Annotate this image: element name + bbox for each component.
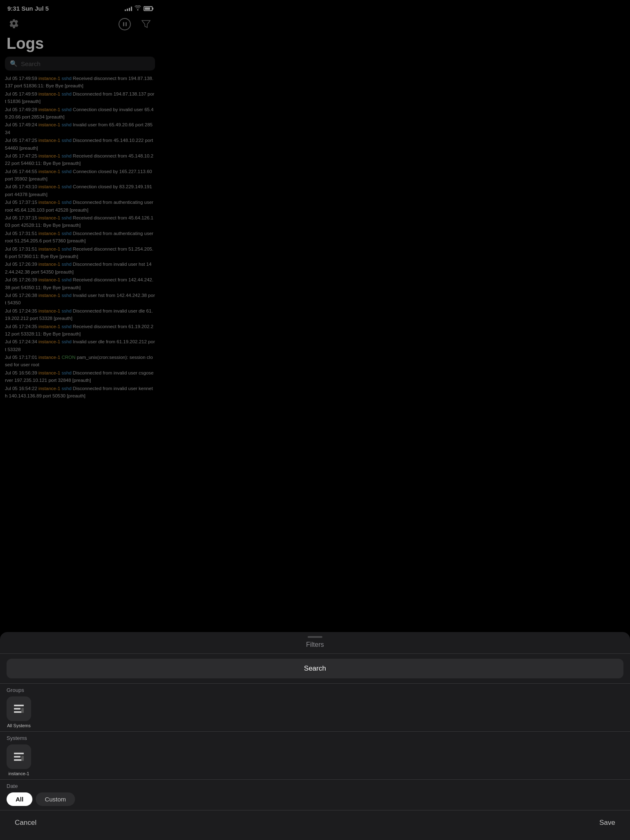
log-entry: Jul 05 17:26:39 instance-1 sshd Received… bbox=[5, 276, 155, 291]
log-service: sshd bbox=[62, 386, 71, 391]
log-instance: instance-1 bbox=[39, 122, 60, 127]
log-timestamp: Jul 05 17:31:51 bbox=[5, 247, 37, 251]
log-timestamp: Jul 05 16:54:22 bbox=[5, 386, 37, 391]
log-service: sshd bbox=[62, 293, 71, 298]
log-instance: instance-1 bbox=[39, 107, 60, 112]
log-timestamp: Jul 05 17:49:59 bbox=[5, 76, 37, 81]
log-service: sshd bbox=[62, 184, 71, 189]
log-instance: instance-1 bbox=[39, 231, 60, 236]
log-timestamp: Jul 05 17:17:01 bbox=[5, 355, 37, 360]
search-input[interactable] bbox=[21, 60, 150, 67]
log-service: sshd bbox=[62, 138, 71, 143]
log-timestamp: Jul 05 17:37:15 bbox=[5, 200, 37, 205]
log-entry: Jul 05 17:49:59 instance-1 sshd Disconne… bbox=[5, 90, 155, 105]
log-entry: Jul 05 17:37:15 instance-1 sshd Disconne… bbox=[5, 199, 155, 214]
pause-button[interactable] bbox=[117, 17, 132, 32]
log-entry: Jul 05 17:24:34 instance-1 sshd Invalid … bbox=[5, 338, 155, 353]
log-entry: Jul 05 17:47:25 instance-1 sshd Disconne… bbox=[5, 137, 155, 152]
log-instance: instance-1 bbox=[39, 386, 60, 391]
gear-icon bbox=[9, 18, 19, 30]
log-service: sshd bbox=[62, 262, 71, 267]
log-timestamp: Jul 05 17:49:24 bbox=[5, 122, 37, 127]
wifi-icon bbox=[135, 5, 141, 12]
log-instance: instance-1 bbox=[39, 277, 60, 282]
log-entry: Jul 05 17:49:28 instance-1 sshd Connecti… bbox=[5, 106, 155, 121]
log-instance: instance-1 bbox=[39, 324, 60, 329]
log-instance: instance-1 bbox=[39, 262, 60, 267]
log-service: sshd bbox=[62, 231, 71, 236]
log-service: sshd bbox=[62, 308, 71, 313]
log-timestamp: Jul 05 17:26:38 bbox=[5, 293, 37, 298]
log-service: sshd bbox=[62, 200, 71, 205]
log-timestamp: Jul 05 16:56:39 bbox=[5, 370, 37, 375]
log-service: sshd bbox=[62, 277, 71, 282]
log-instance: instance-1 bbox=[39, 370, 60, 375]
log-timestamp: Jul 05 17:24:35 bbox=[5, 308, 37, 313]
log-timestamp: Jul 05 17:24:35 bbox=[5, 324, 37, 329]
log-instance: instance-1 bbox=[39, 153, 60, 158]
pause-icon bbox=[119, 18, 131, 30]
log-timestamp: Jul 05 17:43:10 bbox=[5, 184, 37, 189]
log-timestamp: Jul 05 17:49:28 bbox=[5, 107, 37, 112]
log-instance: instance-1 bbox=[39, 293, 60, 298]
log-service: sshd bbox=[62, 91, 71, 96]
log-entry: Jul 05 17:26:38 instance-1 sshd Invalid … bbox=[5, 292, 155, 307]
log-service: sshd bbox=[62, 339, 71, 344]
log-timestamp: Jul 05 17:26:39 bbox=[5, 277, 37, 282]
log-service: sshd bbox=[62, 247, 71, 251]
log-entry: Jul 05 16:54:22 instance-1 sshd Disconne… bbox=[5, 385, 155, 400]
log-entry: Jul 05 17:31:51 instance-1 sshd Received… bbox=[5, 245, 155, 260]
log-timestamp: Jul 05 17:31:51 bbox=[5, 231, 37, 236]
log-instance: instance-1 bbox=[39, 91, 60, 96]
log-service: sshd bbox=[62, 107, 71, 112]
nav-actions bbox=[117, 17, 153, 32]
log-service: sshd bbox=[62, 169, 71, 174]
log-entry: Jul 05 17:17:01 instance-1 CRON pam_unix… bbox=[5, 354, 155, 369]
log-entry: Jul 05 17:24:35 instance-1 sshd Received… bbox=[5, 323, 155, 338]
log-timestamp: Jul 05 17:47:25 bbox=[5, 138, 37, 143]
page-title: Logs bbox=[0, 35, 160, 57]
log-timestamp: Jul 05 17:37:15 bbox=[5, 215, 37, 220]
log-entry: Jul 05 17:26:39 instance-1 sshd Disconne… bbox=[5, 260, 155, 276]
log-instance: instance-1 bbox=[39, 355, 60, 360]
search-bar[interactable]: 🔍 bbox=[5, 57, 155, 71]
log-service: sshd bbox=[62, 122, 71, 127]
settings-button[interactable] bbox=[7, 17, 21, 32]
log-timestamp: Jul 05 17:47:25 bbox=[5, 153, 37, 158]
log-service: sshd bbox=[62, 153, 71, 158]
signal-icon bbox=[125, 6, 132, 11]
log-container: Jul 05 17:49:59 instance-1 sshd Received… bbox=[0, 73, 160, 402]
log-instance: instance-1 bbox=[39, 200, 60, 205]
log-entry: Jul 05 17:24:35 instance-1 sshd Disconne… bbox=[5, 307, 155, 322]
log-timestamp: Jul 05 17:24:34 bbox=[5, 339, 37, 344]
log-entry: Jul 05 17:43:10 instance-1 sshd Connecti… bbox=[5, 183, 155, 198]
log-instance: instance-1 bbox=[39, 308, 60, 313]
log-entry: Jul 05 16:56:39 instance-1 sshd Disconne… bbox=[5, 369, 155, 384]
log-timestamp: Jul 05 17:49:59 bbox=[5, 91, 37, 96]
log-instance: instance-1 bbox=[39, 169, 60, 174]
log-instance: instance-1 bbox=[39, 339, 60, 344]
log-entry: Jul 05 17:31:51 instance-1 sshd Disconne… bbox=[5, 230, 155, 245]
status-time: 9:31 Sun Jul 5 bbox=[7, 5, 49, 12]
log-service: sshd bbox=[62, 76, 71, 81]
battery-icon bbox=[144, 6, 153, 11]
log-service: sshd bbox=[62, 215, 71, 220]
status-icons bbox=[125, 5, 153, 12]
log-instance: instance-1 bbox=[39, 76, 60, 81]
log-timestamp: Jul 05 17:26:39 bbox=[5, 262, 37, 267]
log-timestamp: Jul 05 17:44:55 bbox=[5, 169, 37, 174]
log-instance: instance-1 bbox=[39, 184, 60, 189]
log-instance: instance-1 bbox=[39, 215, 60, 220]
filter-button[interactable] bbox=[139, 17, 153, 32]
log-entry: Jul 05 17:44:55 instance-1 sshd Connecti… bbox=[5, 168, 155, 183]
top-nav bbox=[0, 14, 160, 35]
log-entry: Jul 05 17:47:25 instance-1 sshd Received… bbox=[5, 152, 155, 167]
log-entry: Jul 05 17:49:24 instance-1 sshd Invalid … bbox=[5, 121, 155, 136]
log-service: sshd bbox=[62, 370, 71, 375]
log-service: CRON bbox=[62, 355, 75, 360]
status-bar: 9:31 Sun Jul 5 bbox=[0, 0, 160, 14]
log-entry: Jul 05 17:49:59 instance-1 sshd Received… bbox=[5, 75, 155, 90]
log-instance: instance-1 bbox=[39, 247, 60, 251]
log-entry: Jul 05 17:37:15 instance-1 sshd Received… bbox=[5, 214, 155, 229]
search-icon: 🔍 bbox=[10, 60, 18, 67]
